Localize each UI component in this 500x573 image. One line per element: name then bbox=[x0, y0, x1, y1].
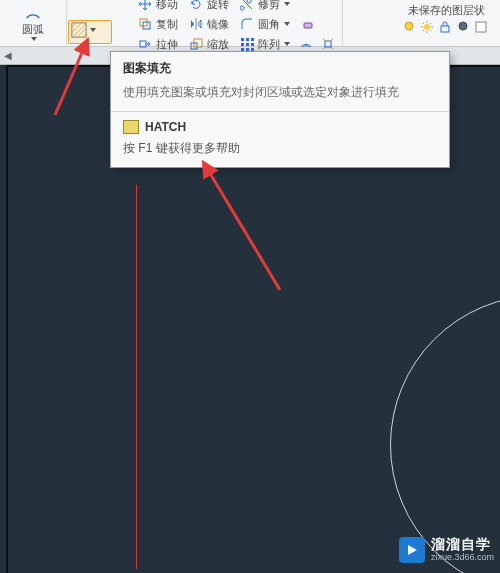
layer-status-label: 未保存的图层状 bbox=[408, 3, 485, 18]
erase-button[interactable] bbox=[296, 14, 316, 34]
command-icon bbox=[123, 120, 139, 134]
array-icon bbox=[239, 36, 255, 52]
svg-rect-19 bbox=[441, 26, 449, 32]
tooltip-title: 图案填充 bbox=[111, 52, 449, 79]
sun-icon[interactable] bbox=[420, 20, 434, 34]
rotate-button[interactable]: 旋转 bbox=[184, 0, 233, 14]
tooltip-description: 使用填充图案或填充对封闭区域或选定对象进行填充 bbox=[111, 79, 449, 111]
svg-rect-9 bbox=[251, 38, 254, 41]
ribbon-toolbar: 圆弧 移动 旋转 修剪 bbox=[0, 0, 500, 47]
svg-rect-21 bbox=[476, 22, 486, 32]
chevron-down-icon bbox=[284, 2, 290, 6]
svg-rect-16 bbox=[325, 41, 331, 47]
offset-icon bbox=[298, 36, 314, 52]
mirror-icon bbox=[188, 16, 204, 32]
svg-marker-24 bbox=[408, 545, 417, 555]
hatch-icon bbox=[71, 22, 87, 38]
layer-quick-toggles bbox=[398, 18, 492, 36]
explode-icon bbox=[320, 36, 336, 52]
fillet-button[interactable]: 圆角 bbox=[235, 14, 294, 34]
lock-icon[interactable] bbox=[438, 20, 452, 34]
svg-point-18 bbox=[424, 24, 430, 30]
mirror-button[interactable]: 镜像 bbox=[184, 14, 233, 34]
svg-point-20 bbox=[459, 22, 467, 30]
chevron-down-icon bbox=[90, 28, 96, 32]
chevron-down-icon bbox=[284, 42, 290, 46]
svg-rect-4 bbox=[140, 41, 146, 47]
hatch-button[interactable] bbox=[71, 22, 96, 38]
svg-rect-7 bbox=[241, 38, 244, 41]
svg-rect-12 bbox=[251, 43, 254, 46]
watermark: 溜溜自学 zixue.3d66.com bbox=[399, 537, 494, 563]
arc-button[interactable]: 圆弧 bbox=[4, 4, 62, 43]
chevron-down-icon bbox=[31, 37, 37, 41]
arc-label: 圆弧 bbox=[22, 22, 44, 37]
svg-rect-8 bbox=[246, 38, 249, 41]
drawn-vertical-line bbox=[136, 185, 137, 569]
hatch-tooltip: 图案填充 使用填充图案或填充对封闭区域或选定对象进行填充 HATCH 按 F1 … bbox=[110, 51, 450, 168]
copy-button[interactable]: 复制 bbox=[133, 14, 182, 34]
tooltip-help-text: 按 F1 键获得更多帮助 bbox=[111, 136, 449, 167]
trim-icon bbox=[239, 0, 255, 12]
ribbon-section-draw: 圆弧 bbox=[0, 0, 67, 46]
move-button[interactable]: 移动 bbox=[133, 0, 182, 14]
copy-icon bbox=[137, 16, 153, 32]
svg-rect-3 bbox=[304, 23, 312, 28]
arc-icon bbox=[25, 6, 41, 22]
lightbulb-on-icon[interactable] bbox=[402, 20, 416, 34]
svg-rect-10 bbox=[241, 43, 244, 46]
watermark-logo-icon bbox=[399, 537, 425, 563]
svg-point-17 bbox=[405, 22, 413, 30]
fillet-icon bbox=[239, 16, 255, 32]
svg-rect-11 bbox=[246, 43, 249, 46]
color-swatch[interactable] bbox=[474, 20, 488, 34]
tooltip-command-row: HATCH bbox=[111, 112, 449, 136]
tab-scroll-left-icon[interactable]: ◀ bbox=[4, 50, 12, 61]
stretch-icon bbox=[137, 36, 153, 52]
lightbulb-off-icon[interactable] bbox=[456, 20, 470, 34]
chevron-down-icon bbox=[284, 22, 290, 26]
trim-button[interactable]: 修剪 bbox=[235, 0, 294, 14]
watermark-subtitle: zixue.3d66.com bbox=[431, 553, 494, 563]
move-icon bbox=[137, 0, 153, 12]
scale-icon bbox=[188, 36, 204, 52]
tooltip-command: HATCH bbox=[145, 120, 186, 134]
rotate-icon bbox=[188, 0, 204, 12]
watermark-title: 溜溜自学 bbox=[431, 537, 494, 552]
ribbon-section-modify: 移动 旋转 修剪 复制 镜像 圆角 bbox=[129, 0, 343, 46]
erase-icon bbox=[300, 16, 316, 32]
